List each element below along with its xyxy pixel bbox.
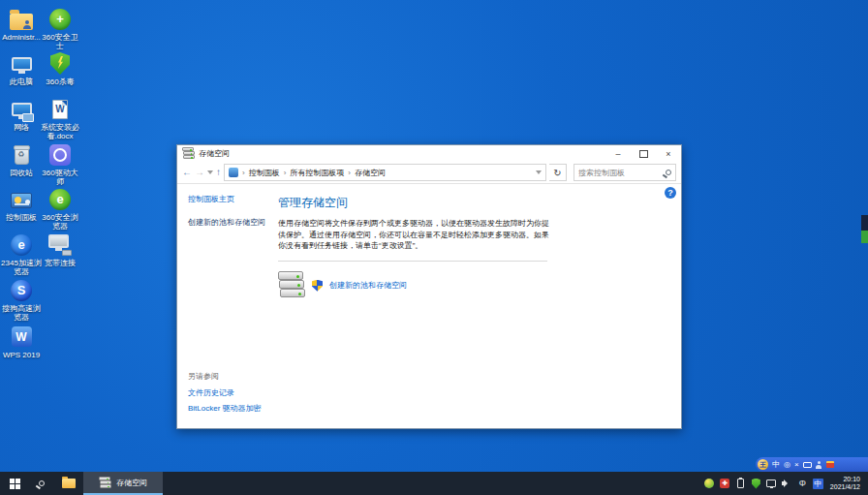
input-method-icon[interactable]: Φ <box>797 479 808 489</box>
address-bar[interactable]: › 控制面板 › 所有控制面板项 › 存储空间 <box>224 164 546 181</box>
search-icon <box>39 480 45 486</box>
desktop-icon-docx[interactable]: W系统安装必看.docx <box>39 96 81 140</box>
360-antivirus-shield-icon <box>47 50 74 77</box>
desktop-icon-label: 网络 <box>14 123 29 132</box>
storage-spaces-icon <box>99 477 111 489</box>
360-ball-icon[interactable] <box>704 479 715 489</box>
divider <box>278 261 547 262</box>
desktop-icon-label: 360安全浏览器 <box>39 213 81 231</box>
taskbar-search-button[interactable] <box>29 472 54 495</box>
create-pool-task[interactable]: 创建新的池和存储空间 <box>278 271 667 300</box>
help-icon[interactable]: ? <box>665 187 676 199</box>
desktop-icon-label: 系统安装必看.docx <box>39 123 81 140</box>
ime-punctuation-icon[interactable]: ◎ <box>784 461 790 469</box>
breadcrumb-control-panel[interactable]: 控制面板 <box>249 168 280 178</box>
broadband-icon <box>47 232 74 258</box>
breadcrumb-separator: › <box>242 169 245 177</box>
ime-toolbox-icon[interactable] <box>826 461 834 468</box>
breadcrumb-separator: › <box>348 169 351 177</box>
taskbar: 存储空间 ✚ Φ 中 20:10 2021/4/12 <box>0 472 868 495</box>
desktop-icon-this-pc[interactable]: 此电脑 <box>0 50 43 86</box>
ime-logo-icon[interactable]: 王 <box>758 459 768 470</box>
sidebar-item-bitlocker[interactable]: BitLocker 驱动器加密 <box>188 403 274 414</box>
network-monitor-icon[interactable] <box>766 479 777 489</box>
taskbar-app-storage-spaces[interactable]: 存储空间 <box>83 472 163 495</box>
desktop-icon-wps[interactable]: WWPS 2019 <box>0 324 43 359</box>
desktop-icon-broadband[interactable]: 宽带连接 <box>39 232 81 267</box>
breadcrumb-storage-spaces[interactable]: 存储空间 <box>355 168 386 178</box>
sidebar-item-control-panel-home[interactable]: 控制面板主页 <box>188 194 274 204</box>
up-button[interactable]: ↑ <box>216 168 221 177</box>
main-pane: ? 管理存储空间 使用存储空间将文件保存到两个或更多驱动器，以便在驱动器发生故障… <box>274 184 681 428</box>
desktop-icon-360-driver[interactable]: 360驱动大师 <box>39 141 81 186</box>
sidebar-item-create-pool[interactable]: 创建新的池和存储空间 <box>188 217 274 228</box>
uac-shield-icon <box>312 280 323 292</box>
ime-toolbar: 王 中 ◎ × <box>756 457 868 472</box>
desktop-icon-sogou-browser[interactable]: S搜狗高速浏览器 <box>0 277 43 322</box>
desktop-icon-label: 360安全卫士 <box>39 33 81 50</box>
search-input[interactable] <box>578 169 666 177</box>
recent-pages-chevron-icon[interactable] <box>207 170 213 174</box>
close-button[interactable]: × <box>656 145 681 162</box>
desktop-icon-administrator[interactable]: Administr... <box>0 6 43 42</box>
edge-docked-widget[interactable] <box>861 215 868 243</box>
green-shield-icon[interactable] <box>751 479 761 489</box>
control-panel-icon <box>9 186 35 212</box>
page-title: 管理存储空间 <box>278 195 667 211</box>
see-also-heading: 另请参阅 <box>188 371 274 382</box>
window-titlebar[interactable]: 存储空间 – × <box>177 145 681 162</box>
user-folder-icon <box>9 6 35 32</box>
network-icon <box>9 96 35 122</box>
ime-language-icon[interactable]: 中 <box>813 479 823 489</box>
storage-spaces-window: 存储空间 – × ← → ↑ › 控制面板 › 所有控制面板项 › 存储空间 ↻ <box>176 144 682 429</box>
wps-icon: W <box>9 324 35 350</box>
ime-close-icon[interactable]: × <box>794 461 799 469</box>
maximize-button[interactable] <box>631 145 656 162</box>
ime-keyboard-icon[interactable] <box>803 462 812 468</box>
sidebar: 控制面板主页 创建新的池和存储空间 另请参阅 文件历史记录 BitLocker … <box>177 184 274 428</box>
windows-logo-icon <box>10 479 20 489</box>
this-pc-icon <box>9 50 35 77</box>
window-content: 控制面板主页 创建新的池和存储空间 另请参阅 文件历史记录 BitLocker … <box>177 184 681 428</box>
create-pool-link[interactable]: 创建新的池和存储空间 <box>329 280 407 291</box>
system-tray: ✚ Φ 中 20:10 2021/4/12 <box>704 472 868 495</box>
desktop-icon-label: 2345加速浏览器 <box>0 259 43 276</box>
minimize-button[interactable]: – <box>605 145 631 162</box>
breadcrumb-all-items[interactable]: 所有控制面板项 <box>290 168 344 178</box>
clipboard-icon[interactable] <box>735 479 746 489</box>
desktop-icon-label: 360驱动大师 <box>39 169 81 186</box>
desktop-icon-recycle-bin[interactable]: 回收站 <box>0 141 43 177</box>
taskbar-file-explorer-button[interactable] <box>54 472 83 495</box>
file-explorer-icon <box>62 479 76 488</box>
desktop-icon-360-browser[interactable]: e360安全浏览器 <box>39 186 81 231</box>
desktop-icon-network[interactable]: 网络 <box>0 96 43 132</box>
desktop-icon-2345-browser[interactable]: e2345加速浏览器 <box>0 232 43 276</box>
desktop-icon-360-antivirus[interactable]: 360杀毒 <box>39 50 81 86</box>
search-box[interactable] <box>574 164 676 181</box>
ime-chinese-mode-icon[interactable]: 中 <box>772 461 780 469</box>
desktop-icon-label: 回收站 <box>10 169 33 177</box>
back-button[interactable]: ← <box>182 168 192 177</box>
desktop-icon-label: 搜狗高速浏览器 <box>0 304 43 322</box>
window-title: 存储空间 <box>199 148 605 159</box>
navigation-bar: ← → ↑ › 控制面板 › 所有控制面板项 › 存储空间 ↻ <box>177 162 681 184</box>
description-text: 使用存储空间将文件保存到两个或更多驱动器，以便在驱动器发生故障时为你提供保护。通… <box>278 218 551 252</box>
clock-date: 2021/4/12 <box>830 483 860 492</box>
breadcrumb-separator: › <box>284 169 287 177</box>
antivirus-red-icon[interactable]: ✚ <box>720 479 730 489</box>
ime-account-icon[interactable] <box>816 461 822 469</box>
refresh-button[interactable]: ↻ <box>549 164 567 181</box>
address-dropdown-chevron-icon[interactable] <box>536 170 542 174</box>
search-icon[interactable] <box>666 170 671 175</box>
volume-icon[interactable] <box>782 479 792 489</box>
forward-button[interactable]: → <box>195 168 204 177</box>
desktop-icon-360-safe[interactable]: +360安全卫士 <box>39 6 81 50</box>
taskbar-clock[interactable]: 20:10 2021/4/12 <box>828 476 864 492</box>
desktop-icon-label: 此电脑 <box>10 77 33 86</box>
desktop-icon-control-panel[interactable]: 控制面板 <box>0 186 43 222</box>
desktop-icon-label: WPS 2019 <box>3 351 40 359</box>
clock-time: 20:10 <box>830 476 860 484</box>
sidebar-item-file-history[interactable]: 文件历史记录 <box>188 387 274 398</box>
see-also-section: 另请参阅 文件历史记录 BitLocker 驱动器加密 <box>188 371 274 418</box>
start-button[interactable] <box>0 472 29 495</box>
